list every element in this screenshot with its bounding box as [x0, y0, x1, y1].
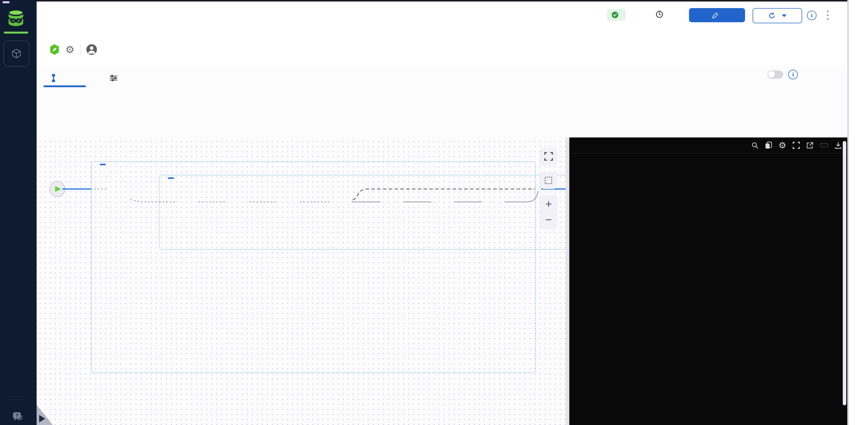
sidebar: ?	[0, 0, 37, 425]
page-scrollbar[interactable]	[847, 0, 849, 425]
harness-dbops-logo-icon[interactable]	[7, 9, 25, 27]
clock-icon	[655, 10, 663, 18]
step-logs-header: ⚙	[569, 138, 847, 153]
check-circle-icon	[612, 11, 619, 19]
tabs-bar	[37, 66, 847, 88]
inputs-tab-icon	[109, 74, 118, 82]
tab-inputs[interactable]	[109, 70, 121, 86]
active-tab-underline	[43, 85, 86, 87]
log-settings-gear-icon[interactable]: ⚙	[779, 141, 786, 149]
pencil-icon	[712, 12, 719, 19]
pipeline-canvas[interactable]: + −	[37, 138, 565, 425]
avatar	[86, 44, 97, 55]
marquee-icon	[544, 176, 553, 185]
log-lines[interactable]	[569, 153, 847, 425]
cube-icon	[10, 48, 22, 59]
zoom-controls: + −	[540, 195, 557, 228]
console-view-toggle-row: i	[763, 70, 798, 79]
total-duration	[655, 10, 666, 18]
title-meta-row: ⚙	[49, 44, 103, 56]
rerun-button[interactable]	[753, 8, 802, 23]
expand-fullscreen-icon[interactable]	[793, 142, 800, 149]
graph-edges	[37, 138, 565, 425]
pipeline-settings-gear-icon[interactable]: ⚙	[65, 45, 74, 55]
console-view-toggle[interactable]	[768, 70, 783, 79]
fullscreen-icon	[544, 152, 553, 161]
help-chat-icon: ?	[12, 412, 24, 423]
pipeline-tab-icon	[50, 74, 57, 82]
refresh-icon	[768, 12, 775, 19]
console-view-button[interactable]	[820, 143, 828, 147]
chevron-down-icon	[782, 15, 786, 17]
stage-summary-bar	[37, 87, 847, 138]
panel-splitter[interactable]	[565, 138, 569, 425]
fit-to-screen-button[interactable]	[540, 148, 557, 165]
open-in-new-icon[interactable]	[806, 142, 813, 149]
download-icon[interactable]	[835, 142, 842, 149]
edit-pipeline-button[interactable]	[689, 8, 745, 22]
status-badge	[607, 9, 626, 21]
browser-edge-strip	[37, 0, 847, 1]
new-badge	[2, 1, 9, 3]
search-icon[interactable]	[751, 142, 758, 149]
divider	[80, 44, 81, 55]
module-indicator-bar	[4, 32, 28, 34]
app-window: ? ⚙	[0, 0, 868, 425]
copy-icon[interactable]	[765, 142, 772, 149]
zoom-in-button[interactable]: +	[545, 197, 552, 211]
help-chat-button[interactable]: ?	[0, 409, 37, 425]
log-scrollbar[interactable]	[843, 141, 846, 405]
more-options-button[interactable]	[825, 8, 830, 22]
zoom-out-button[interactable]: −	[545, 213, 552, 226]
pipeline-status-hex-icon	[49, 44, 60, 55]
info-icon[interactable]: i	[788, 70, 798, 79]
step-logs-panel: ⚙	[569, 138, 847, 425]
marquee-select-button[interactable]	[540, 172, 557, 189]
svg-text:?: ?	[16, 413, 19, 418]
canvas-nav-arrow[interactable]	[39, 415, 45, 423]
module-selector-button[interactable]	[3, 40, 29, 67]
tab-pipeline[interactable]	[50, 70, 61, 86]
pipeline-workspace: + − ⚙	[37, 138, 847, 425]
info-icon[interactable]: i	[807, 10, 816, 20]
